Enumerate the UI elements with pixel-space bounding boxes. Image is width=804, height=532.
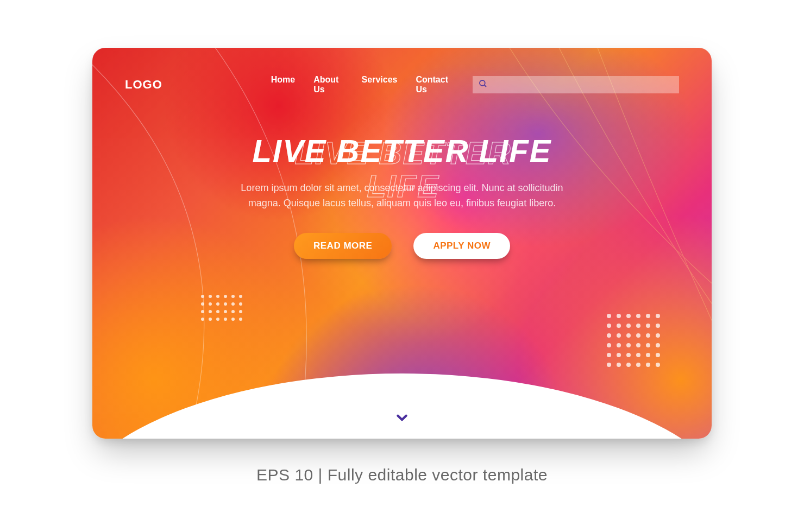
scroll-down-cue[interactable] (395, 410, 409, 427)
svg-point-0 (480, 80, 485, 86)
header-bar: LOGO Home About Us Services Contact Us (92, 75, 712, 94)
search-icon (478, 79, 488, 91)
hero-headline: LIVE BETTER LIFE (253, 135, 552, 168)
hero-section: LIVE BETTER LIFE Lorem ipsum dolor sit a… (196, 135, 608, 259)
svg-line-1 (484, 85, 486, 87)
dot-grid-decoration (201, 295, 242, 321)
apply-now-button[interactable]: APPLY NOW (413, 233, 510, 259)
hero-subtext: Lorem ipsum dolor sit amet, consectetur … (196, 181, 608, 211)
primary-nav: Home About Us Services Contact Us (271, 75, 451, 94)
search-box[interactable] (473, 76, 679, 93)
chevron-down-icon (395, 417, 409, 426)
cta-row: READ MORE APPLY NOW (196, 233, 608, 259)
nav-link-services[interactable]: Services (362, 75, 398, 94)
bottom-curve (92, 373, 712, 439)
nav-link-about[interactable]: About Us (313, 75, 343, 94)
nav-link-contact[interactable]: Contact Us (416, 75, 451, 94)
dot-grid-decoration (607, 314, 660, 367)
search-input[interactable] (492, 80, 674, 89)
nav-link-home[interactable]: Home (271, 75, 295, 94)
landing-card: LOGO Home About Us Services Contact Us L… (92, 48, 712, 439)
file-caption: EPS 10 | Fully editable vector template (256, 466, 548, 484)
read-more-button[interactable]: READ MORE (294, 233, 392, 259)
site-logo[interactable]: LOGO (125, 78, 162, 92)
